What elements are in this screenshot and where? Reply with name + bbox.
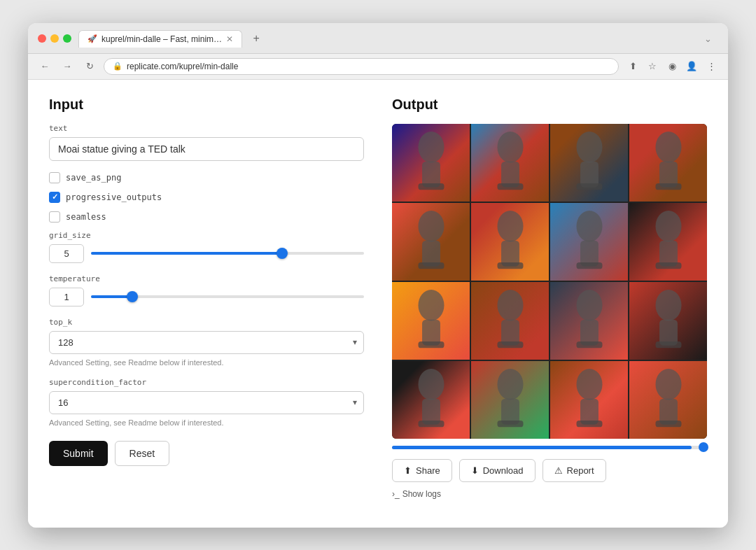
grid-cell-12 xyxy=(629,282,707,360)
save-as-png-row: save_as_png xyxy=(49,172,364,183)
close-window-button[interactable] xyxy=(38,34,46,43)
report-icon: ⚠ xyxy=(554,465,563,476)
temperature-value[interactable] xyxy=(49,288,84,306)
lock-icon: 🔒 xyxy=(113,62,122,71)
output-slider-fill xyxy=(392,446,692,449)
progressive-outputs-label: progressive_outputs xyxy=(66,192,162,202)
share-label: Share xyxy=(416,465,440,476)
grid-size-track[interactable] xyxy=(91,252,364,255)
grid-cell-4 xyxy=(629,124,707,202)
grid-size-value[interactable] xyxy=(49,244,84,263)
grid-cell-2 xyxy=(471,124,549,202)
report-button[interactable]: ⚠ Report xyxy=(542,459,606,482)
temperature-track[interactable] xyxy=(91,295,364,298)
output-panel: Output xyxy=(392,97,707,511)
top-k-label: top_k xyxy=(49,318,364,327)
top-k-select[interactable]: 64 128 256 512 xyxy=(49,331,364,354)
progressive-outputs-checkbox[interactable] xyxy=(49,192,60,203)
new-tab-button[interactable]: + xyxy=(248,30,265,47)
grid-cell-14 xyxy=(471,361,549,439)
grid-cell-1 xyxy=(392,124,470,202)
output-slider-thumb[interactable] xyxy=(699,442,708,452)
bookmark-button[interactable]: ☆ xyxy=(644,58,661,75)
grid-size-section: grid_size xyxy=(49,231,364,263)
grid-cell-10 xyxy=(471,282,549,360)
supercondition-select[interactable]: 8 16 32 xyxy=(49,391,364,414)
temperature-section: temperature xyxy=(49,274,364,306)
share-button[interactable]: ⬆ Share xyxy=(392,459,452,482)
supercondition-wrapper: 8 16 32 ▾ xyxy=(49,391,364,414)
maximize-window-button[interactable] xyxy=(63,34,71,43)
grid-size-row xyxy=(49,244,364,263)
temperature-label: temperature xyxy=(49,274,364,283)
action-buttons: ⬆ Share ⬇ Download ⚠ Report xyxy=(392,459,707,482)
output-image-grid xyxy=(392,124,707,439)
minimize-window-button[interactable] xyxy=(50,34,59,43)
share-icon: ⬆ xyxy=(404,465,412,476)
grid-cell-5 xyxy=(392,203,470,281)
tab-bar: 🚀 kuprel/min-dalle – Fast, minim… ✕ + xyxy=(78,30,697,48)
grid-cell-6 xyxy=(471,203,549,281)
seamless-checkbox[interactable] xyxy=(49,211,60,223)
extensions-button[interactable]: ◉ xyxy=(664,58,680,75)
input-panel: Input text save_as_png progressive_outpu… xyxy=(49,97,364,511)
save-as-png-label: save_as_png xyxy=(66,173,121,183)
tab-close-button[interactable]: ✕ xyxy=(226,34,233,44)
output-title: Output xyxy=(392,97,707,113)
back-button[interactable]: ← xyxy=(36,58,53,75)
download-label: Download xyxy=(483,465,524,476)
page-content: Input text save_as_png progressive_outpu… xyxy=(28,80,728,528)
save-as-png-checkbox[interactable] xyxy=(49,172,60,183)
grid-size-fill xyxy=(91,252,282,255)
output-slider-row xyxy=(392,446,707,449)
supercondition-label: supercondition_factor xyxy=(49,378,364,387)
nav-bar: ← → ↻ 🔒 replicate.com/kuprel/min-dalle ⬆… xyxy=(28,54,728,80)
show-logs-icon: ›_ xyxy=(392,489,400,499)
input-title: Input xyxy=(49,97,364,113)
submit-button[interactable]: Submit xyxy=(49,441,108,466)
text-label: text xyxy=(49,124,364,133)
traffic-lights xyxy=(38,34,71,43)
refresh-button[interactable]: ↻ xyxy=(81,58,98,75)
grid-cell-16 xyxy=(629,361,707,439)
seamless-label: seamless xyxy=(66,212,106,222)
show-logs-label: Show logs xyxy=(402,489,441,499)
text-input[interactable] xyxy=(49,137,364,161)
reset-button[interactable]: Reset xyxy=(115,441,170,466)
grid-size-label: grid_size xyxy=(49,231,364,240)
window-menu-chevron[interactable]: ⌄ xyxy=(704,34,718,44)
top-k-advanced-note: Advanced Setting, see Readme below if in… xyxy=(49,358,364,367)
active-tab[interactable]: 🚀 kuprel/min-dalle – Fast, minim… ✕ xyxy=(78,30,242,48)
nav-actions: ⬆ ☆ ◉ 👤 ⋮ xyxy=(624,58,720,75)
grid-size-thumb[interactable] xyxy=(276,248,288,259)
grid-cell-11 xyxy=(550,282,628,360)
grid-cell-9 xyxy=(392,282,470,360)
address-bar[interactable]: 🔒 replicate.com/kuprel/min-dalle xyxy=(104,58,619,75)
menu-button[interactable]: ⋮ xyxy=(703,58,720,75)
show-logs-button[interactable]: ›_ Show logs xyxy=(392,489,707,499)
temperature-row xyxy=(49,288,364,306)
report-label: Report xyxy=(567,465,594,476)
tab-favicon: 🚀 xyxy=(88,34,97,43)
title-bar: 🚀 kuprel/min-dalle – Fast, minim… ✕ + ⌄ xyxy=(28,23,728,54)
forward-button[interactable]: → xyxy=(59,58,76,75)
grid-cell-15 xyxy=(550,361,628,439)
url-text: replicate.com/kuprel/min-dalle xyxy=(127,62,238,71)
output-slider-track[interactable] xyxy=(392,446,707,449)
profile-button[interactable]: 👤 xyxy=(683,58,700,75)
upload-button[interactable]: ⬆ xyxy=(624,58,641,75)
grid-cell-8 xyxy=(629,203,707,281)
temperature-thumb[interactable] xyxy=(127,291,138,302)
grid-cell-3 xyxy=(550,124,628,202)
grid-cell-7 xyxy=(550,203,628,281)
seamless-row: seamless xyxy=(49,211,364,223)
tab-title: kuprel/min-dalle – Fast, minim… xyxy=(102,34,222,44)
download-icon: ⬇ xyxy=(471,465,479,476)
download-button[interactable]: ⬇ Download xyxy=(459,459,536,482)
progressive-outputs-row: progressive_outputs xyxy=(49,192,364,203)
top-k-wrapper: 64 128 256 512 ▾ xyxy=(49,331,364,354)
button-row: Submit Reset xyxy=(49,441,364,466)
grid-cell-13 xyxy=(392,361,470,439)
supercondition-advanced-note: Advanced Setting, see Readme below if in… xyxy=(49,418,364,427)
